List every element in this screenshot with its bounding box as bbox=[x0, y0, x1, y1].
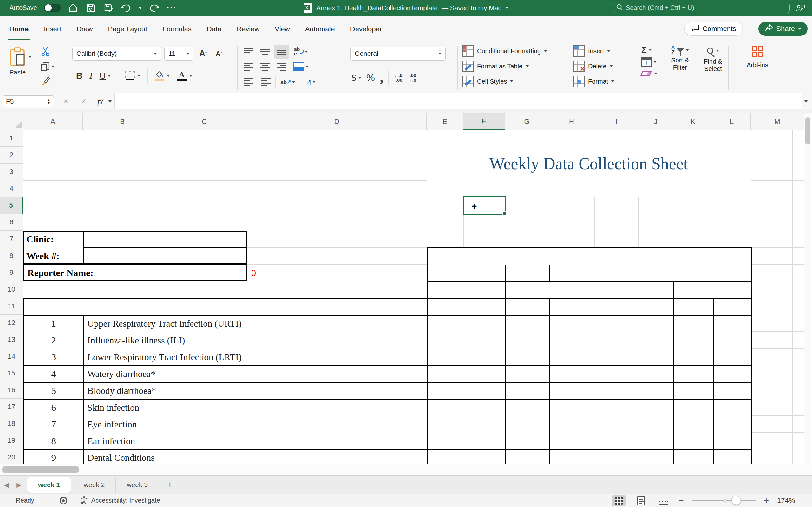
date-cell[interactable] bbox=[595, 265, 639, 282]
row-header-2[interactable]: 2 bbox=[0, 147, 23, 164]
week-value-cell[interactable] bbox=[83, 247, 247, 264]
row-header-11[interactable]: 11 bbox=[0, 298, 23, 315]
font-name-select[interactable]: Calibri (Body) bbox=[72, 47, 161, 60]
column-header-i[interactable]: I bbox=[595, 113, 639, 130]
sex-header-cell[interactable]: F bbox=[639, 298, 674, 315]
date-cell[interactable] bbox=[506, 265, 550, 282]
currency-button[interactable]: $ bbox=[351, 72, 361, 83]
sex-header-cell[interactable]: M bbox=[595, 298, 639, 315]
format-painter-icon[interactable] bbox=[41, 76, 50, 87]
percent-button[interactable]: % bbox=[366, 72, 375, 83]
formula-bar-expand-icon[interactable] bbox=[804, 101, 808, 102]
condition-name[interactable]: Watery diarrhoea* bbox=[84, 366, 427, 383]
data-cell[interactable] bbox=[595, 450, 639, 464]
conditions-header-cell[interactable]: Acute Health conditions bbox=[24, 298, 427, 315]
underline-button[interactable]: U bbox=[100, 71, 111, 81]
sheet-tab-week1[interactable]: week 1 bbox=[27, 477, 71, 493]
selected-cell-f5[interactable]: + bbox=[463, 196, 506, 215]
sort-filter-button[interactable]: AZ Sort & Filter bbox=[665, 45, 695, 71]
insert-cells-button[interactable]: Insert bbox=[573, 45, 610, 57]
home-icon[interactable] bbox=[67, 3, 78, 13]
align-bottom-button[interactable] bbox=[274, 45, 289, 59]
data-cell[interactable] bbox=[639, 315, 674, 332]
data-cell[interactable] bbox=[464, 349, 506, 366]
insert-function-button[interactable]: fx bbox=[94, 95, 107, 107]
row-header-8[interactable]: 8 bbox=[0, 247, 23, 264]
row-header-13[interactable]: 13 bbox=[0, 331, 23, 348]
increase-decimal-button[interactable]: .00→.0 bbox=[408, 73, 416, 82]
data-cell[interactable] bbox=[714, 315, 751, 332]
data-cell[interactable] bbox=[506, 366, 550, 383]
add-ins-button[interactable]: Add-ins bbox=[739, 46, 776, 69]
data-cell[interactable] bbox=[714, 416, 751, 433]
data-cell[interactable] bbox=[674, 383, 714, 399]
sheet-nav-prev-icon[interactable]: ◀ bbox=[0, 481, 13, 489]
data-cell[interactable] bbox=[639, 349, 674, 366]
column-header-l[interactable]: L bbox=[713, 113, 751, 130]
sex-header-cell[interactable]: M bbox=[674, 298, 714, 315]
row-header-19[interactable]: 19 bbox=[0, 432, 23, 449]
reporter-name-cell[interactable]: Reporter Name: bbox=[23, 264, 247, 281]
row-header-17[interactable]: 17 bbox=[0, 399, 23, 415]
sex-header-cell[interactable]: M bbox=[506, 298, 550, 315]
data-cell[interactable] bbox=[427, 315, 464, 332]
data-cell[interactable] bbox=[595, 332, 639, 349]
age-group-cell[interactable]: 5-17 Y bbox=[506, 282, 595, 298]
text-direction-button[interactable]: ›¶ bbox=[302, 75, 321, 89]
document-title-menu[interactable]: Annex 1. Health_DataCollectionTemplate —… bbox=[304, 0, 508, 15]
condition-number[interactable]: 2 bbox=[24, 332, 84, 349]
delete-cells-button[interactable]: Delete bbox=[573, 60, 613, 72]
orientation-button[interactable]: ab↗ bbox=[277, 75, 298, 89]
row-header-15[interactable]: 15 bbox=[0, 365, 23, 382]
data-cell[interactable] bbox=[639, 399, 674, 416]
condition-name[interactable]: Influenza-like illness (ILI) bbox=[84, 332, 427, 349]
row-header-7[interactable]: 7 bbox=[0, 231, 23, 247]
row-header-10[interactable]: 10 bbox=[0, 281, 23, 298]
data-cell[interactable] bbox=[674, 315, 714, 332]
sheet-tab-week2[interactable]: week 2 bbox=[72, 477, 116, 493]
data-cell[interactable] bbox=[595, 315, 639, 332]
save-as-icon[interactable] bbox=[103, 3, 114, 13]
data-cell[interactable] bbox=[464, 366, 506, 383]
data-cell[interactable] bbox=[506, 450, 550, 464]
tab-formulas[interactable]: Formulas bbox=[162, 23, 192, 35]
save-icon[interactable] bbox=[85, 3, 96, 13]
presence-icon[interactable] bbox=[795, 3, 806, 13]
row-header-1[interactable]: 1 bbox=[0, 130, 23, 147]
data-cell[interactable] bbox=[464, 416, 506, 433]
share-button[interactable]: Share bbox=[758, 22, 808, 36]
data-cell[interactable] bbox=[714, 399, 751, 416]
column-header-h[interactable]: H bbox=[549, 113, 595, 130]
comments-button[interactable]: Comments bbox=[684, 22, 743, 36]
vertical-scrollbar[interactable] bbox=[804, 113, 811, 464]
data-cell[interactable] bbox=[550, 366, 595, 383]
data-cell[interactable] bbox=[550, 416, 595, 433]
autosave-toggle[interactable] bbox=[44, 4, 61, 12]
conditional-formatting-button[interactable]: Conditional Formatting bbox=[462, 45, 547, 57]
data-cell[interactable] bbox=[595, 433, 639, 450]
condition-number[interactable]: 5 bbox=[24, 383, 84, 399]
data-cell[interactable] bbox=[464, 399, 506, 416]
search-box[interactable] bbox=[613, 3, 790, 13]
cancel-icon[interactable]: × bbox=[60, 95, 72, 107]
clinic-value-cell[interactable] bbox=[83, 231, 247, 247]
sex-header-cell[interactable]: F bbox=[550, 298, 595, 315]
data-cell[interactable] bbox=[714, 383, 751, 399]
data-cell[interactable] bbox=[427, 332, 464, 349]
page-layout-view-button[interactable] bbox=[634, 495, 648, 506]
condition-name[interactable]: Dental Conditions bbox=[84, 450, 427, 464]
row-header-5[interactable]: 5 bbox=[0, 197, 23, 214]
wrap-text-button[interactable]: abc bbox=[291, 45, 311, 59]
column-header-j[interactable]: J bbox=[639, 113, 673, 130]
font-size-select[interactable]: 11 bbox=[164, 47, 194, 60]
undo-icon[interactable] bbox=[121, 3, 132, 13]
age-group-cell[interactable]: ≥ 60 Y bbox=[674, 282, 751, 298]
data-cell[interactable] bbox=[674, 433, 714, 450]
data-cell[interactable] bbox=[464, 315, 506, 332]
condition-name[interactable]: Eye infection bbox=[84, 416, 427, 433]
row-header-9[interactable]: 9 bbox=[0, 264, 23, 281]
data-cell[interactable] bbox=[427, 349, 464, 366]
row-header-6[interactable]: 6 bbox=[0, 214, 23, 231]
undo-dropdown-icon[interactable] bbox=[139, 7, 142, 9]
data-cell[interactable] bbox=[674, 399, 714, 416]
